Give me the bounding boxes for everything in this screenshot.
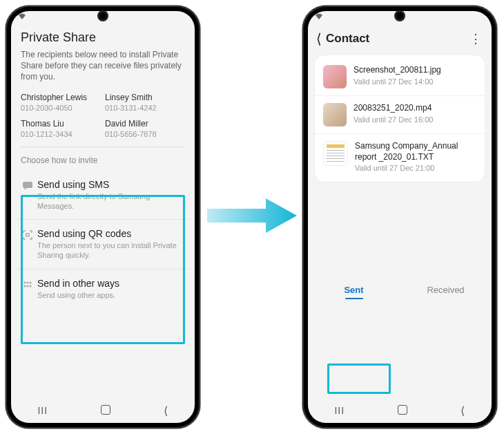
option-sub: Send using other apps. [37, 290, 184, 300]
tab-sent[interactable]: Sent [308, 276, 400, 302]
home-button[interactable] [101, 405, 110, 417]
phone-contact: ⟨ Contact ⋮ Screenshot_200811.jpg Valid … [302, 6, 497, 428]
phone-private-share: Private Share The recipients below need … [6, 6, 200, 428]
home-button[interactable] [398, 405, 407, 417]
file-name: Samsung Company_Annual report _2020_01.T… [355, 141, 476, 162]
highlight-sent-tab [327, 364, 391, 394]
page-title: Private Share [11, 23, 195, 49]
recipient: David Miller 010-5656-7878 [105, 119, 185, 138]
file-validity: Valid until 27 Dec 21:00 [355, 164, 476, 172]
page-subtitle: The recipients below need to install Pri… [11, 49, 195, 90]
option-send-sms[interactable]: Send using SMS Send the link directly to… [15, 171, 191, 220]
option-title: Send in other ways [37, 278, 184, 289]
nav-bar: III ⟨ [308, 398, 492, 423]
back-icon[interactable]: ⟨ [315, 30, 326, 47]
wifi-icon [18, 13, 26, 21]
recipient-name: Linsey Smith [105, 93, 185, 102]
recipient-phone: 010-5656-7878 [105, 130, 185, 138]
option-title: Send using SMS [37, 179, 184, 190]
option-sub: The person next to you can install Priva… [37, 240, 184, 261]
svg-point-7 [30, 285, 32, 287]
recents-button[interactable]: III [37, 405, 48, 416]
grid-icon [22, 278, 37, 292]
file-name: 20083251_2020.mp4 [353, 103, 433, 114]
nav-bar: III ⟨ [11, 398, 195, 423]
tabs: Sent Received [308, 276, 492, 303]
recipient: Linsey Smith 010-3131-4242 [105, 93, 185, 112]
file-name: Screenshot_200811.jpg [353, 65, 441, 76]
invite-options: Send using SMS Send the link directly to… [15, 171, 191, 308]
files-card: Screenshot_200811.jpg Valid until 27 Dec… [315, 55, 485, 182]
recipient-name: David Miller [105, 119, 185, 129]
file-validity: Valid until 27 Dec 14:00 [353, 77, 441, 86]
svg-point-5 [24, 285, 26, 287]
back-button[interactable]: ⟨ [164, 404, 168, 417]
recipient: Thomas Liu 010-1212-3434 [21, 119, 101, 138]
option-sub: Send the link directly to Samsung Messag… [37, 191, 184, 211]
camera-cutout [396, 12, 403, 19]
camera-cutout [99, 12, 106, 19]
svg-point-4 [30, 281, 32, 283]
flow-arrow-icon [207, 195, 297, 236]
svg-point-6 [27, 285, 29, 287]
svg-marker-8 [207, 198, 297, 233]
file-row[interactable]: Samsung Company_Annual report _2020_01.T… [315, 134, 485, 179]
more-icon[interactable]: ⋮ [469, 35, 485, 43]
file-thumbnail [323, 103, 347, 126]
file-row[interactable]: Screenshot_200811.jpg Valid until 27 Dec… [315, 58, 485, 96]
divider [21, 147, 185, 147]
file-thumbnail [323, 65, 347, 88]
recipients-grid: Christopher Lewis 010-2030-4050 Linsey S… [11, 90, 195, 142]
recipient-phone: 010-2030-4050 [21, 104, 101, 112]
file-row[interactable]: 20083251_2020.mp4 Valid until 27 Dec 16:… [315, 96, 485, 134]
svg-rect-1 [26, 234, 29, 236]
option-send-qr[interactable]: Send using QR codes The person next to y… [15, 219, 191, 269]
message-icon [22, 179, 37, 194]
qr-icon [22, 228, 37, 243]
file-thumbnail [323, 141, 348, 166]
recipient-name: Christopher Lewis [21, 93, 101, 102]
wifi-icon [315, 13, 323, 21]
svg-rect-0 [23, 182, 32, 188]
recipient-phone: 010-1212-3434 [21, 130, 101, 138]
tab-received[interactable]: Received [400, 276, 492, 302]
option-send-other[interactable]: Send in other ways Send using other apps… [15, 269, 191, 308]
recipient-phone: 010-3131-4242 [105, 104, 185, 112]
recents-button[interactable]: III [334, 405, 345, 416]
recipient: Christopher Lewis 010-2030-4050 [21, 93, 101, 112]
file-validity: Valid until 27 Dec 16:00 [353, 115, 433, 124]
svg-point-3 [27, 281, 29, 283]
recipient-name: Thomas Liu [21, 119, 101, 129]
section-header-invite: Choose how to invite [11, 151, 195, 168]
page-title: Contact [326, 32, 469, 46]
back-button[interactable]: ⟨ [461, 404, 465, 417]
option-title: Send using QR codes [37, 228, 184, 239]
svg-point-2 [24, 281, 26, 283]
